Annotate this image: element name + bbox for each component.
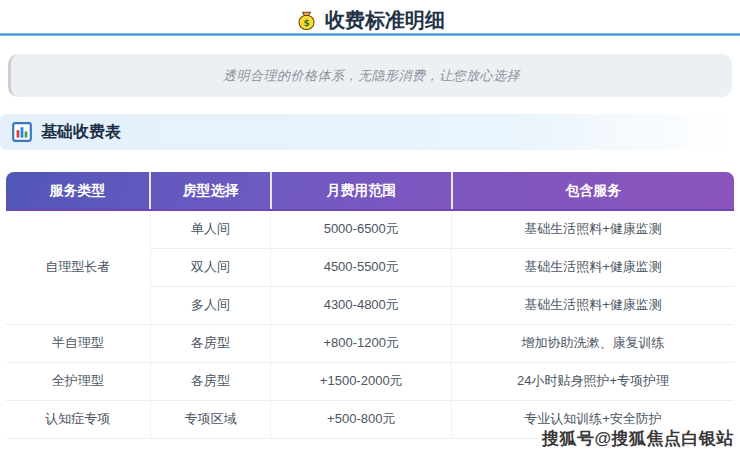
tagline-banner: 透明合理的价格体系，无隐形消费，让您放心选择 bbox=[8, 54, 732, 97]
tagline-text: 透明合理的价格体系，无隐形消费，让您放心选择 bbox=[223, 67, 520, 85]
cell-room-type: 多人间 bbox=[150, 286, 271, 324]
cell-fee-range: +1500-2000元 bbox=[271, 362, 452, 400]
cell-included: 基础生活照料+健康监测 bbox=[452, 286, 734, 324]
cell-fee-range: 5000-6500元 bbox=[271, 210, 452, 248]
money-bag-icon: $ bbox=[295, 9, 318, 32]
cell-included: 专业认知训练+安全防护 bbox=[452, 400, 734, 438]
fee-table: 服务类型 房型选择 月费用范围 包含服务 自理型长者 单人间 5000-6500… bbox=[6, 172, 734, 439]
section-header: 基础收费表 bbox=[0, 114, 740, 150]
cell-room-type: 各房型 bbox=[150, 324, 271, 362]
cell-fee-range: +500-800元 bbox=[271, 400, 452, 438]
cell-included: 基础生活照料+健康监测 bbox=[452, 210, 734, 248]
page-title-text: 收费标准明细 bbox=[325, 7, 445, 34]
cell-room-type: 双人间 bbox=[150, 248, 271, 286]
header-row: 服务类型 房型选择 月费用范围 包含服务 bbox=[6, 172, 734, 210]
cell-room-type: 单人间 bbox=[150, 210, 271, 248]
svg-text:$: $ bbox=[303, 18, 309, 28]
cell-service-type: 认知症专项 bbox=[6, 400, 150, 438]
cell-service-type: 全护理型 bbox=[6, 362, 150, 400]
fee-table-header: 服务类型 房型选择 月费用范围 包含服务 bbox=[6, 172, 734, 210]
cell-room-type: 各房型 bbox=[150, 362, 271, 400]
cell-service-type: 半自理型 bbox=[6, 324, 150, 362]
table-row: 半自理型 各房型 +800-1200元 增加协助洗漱、康复训练 bbox=[6, 324, 734, 362]
bar-chart-icon bbox=[12, 122, 32, 142]
section-title: 基础收费表 bbox=[41, 122, 121, 143]
cell-service-type: 自理型长者 bbox=[6, 210, 150, 324]
page-title: $ 收费标准明细 bbox=[0, 0, 740, 33]
table-row: 认知症专项 专项区域 +500-800元 专业认知训练+安全防护 bbox=[6, 400, 734, 438]
col-room-type: 房型选择 bbox=[150, 172, 271, 210]
col-fee-range: 月费用范围 bbox=[271, 172, 452, 210]
table-row: 自理型长者 单人间 5000-6500元 基础生活照料+健康监测 bbox=[6, 210, 734, 248]
cell-room-type: 专项区域 bbox=[150, 400, 271, 438]
cell-fee-range: 4500-5500元 bbox=[271, 248, 452, 286]
cell-included: 增加协助洗漱、康复训练 bbox=[452, 324, 734, 362]
table-row: 全护理型 各房型 +1500-2000元 24小时贴身照护+专项护理 bbox=[6, 362, 734, 400]
cell-fee-range: 4300-4800元 bbox=[271, 286, 452, 324]
col-service-type: 服务类型 bbox=[6, 172, 150, 210]
col-included: 包含服务 bbox=[452, 172, 734, 210]
fee-table-container: 服务类型 房型选择 月费用范围 包含服务 自理型长者 单人间 5000-6500… bbox=[6, 172, 734, 439]
cell-fee-range: +800-1200元 bbox=[271, 324, 452, 362]
cell-included: 24小时贴身照护+专项护理 bbox=[452, 362, 734, 400]
cell-included: 基础生活照料+健康监测 bbox=[452, 248, 734, 286]
